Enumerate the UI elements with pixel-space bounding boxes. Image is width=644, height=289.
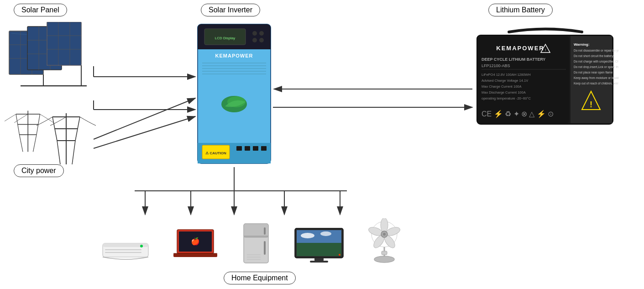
svg-rect-125 [382,251,387,255]
svg-rect-91 [105,252,141,253]
svg-text:Warning:: Warning: [574,42,589,47]
svg-point-116 [381,218,388,232]
lithium-battery-label: Lithium Battery [488,4,553,16]
svg-text:Keep out of reach of children,: Keep out of reach of children, animals o… [574,82,618,85]
svg-text:LCD Display: LCD Display [215,36,235,40]
svg-text:CE ⚡ ♻ ✦ ⊗ △ ⚡ ⊙: CE ⚡ ♻ ✦ ⊗ △ ⚡ ⊙ [482,110,554,118]
svg-rect-112 [314,258,324,261]
svg-point-111 [320,231,331,236]
svg-rect-95 [173,253,217,257]
refrigerator [240,223,272,264]
solar-panel-label: Solar Panel [14,4,67,16]
svg-text:DEEP CYCLE LITHIUM BATTERY: DEEP CYCLE LITHIUM BATTERY [482,57,545,62]
svg-point-42 [252,31,257,36]
svg-rect-61 [261,146,267,151]
svg-rect-60 [253,146,258,151]
svg-text:KEMAPOWER: KEMAPOWER [496,45,544,52]
svg-line-36 [72,141,75,164]
svg-point-44 [252,38,257,42]
svg-rect-59 [245,146,250,151]
lithium-battery-image: KEMAPOWER ! DEEP CYCLE LITHIUM BATTERY L… [472,25,618,130]
svg-point-92 [140,245,143,247]
svg-line-133 [94,116,195,148]
svg-point-114 [339,254,340,256]
svg-rect-102 [264,241,266,255]
svg-point-45 [259,38,264,42]
svg-text:operating temperature -20~60°C: operating temperature -20~60°C [482,96,531,100]
svg-line-27 [20,135,23,152]
svg-rect-101 [264,227,266,235]
svg-rect-113 [310,261,328,263]
svg-text:Do not place near open flame: Do not place near open flame [574,71,613,74]
svg-text:🍎: 🍎 [191,237,200,246]
svg-rect-100 [244,236,268,237]
svg-rect-58 [236,146,242,151]
svg-rect-90 [105,249,141,250]
svg-text:Do not disassemble or repair b: Do not disassemble or repair by yourself [574,49,618,53]
svg-text:!: ! [545,48,546,52]
svg-text:!: ! [590,100,592,109]
svg-point-122 [383,233,386,236]
svg-line-35 [57,141,60,164]
solar-panels-image [7,22,98,88]
svg-text:LiFePO4 12.8V 100AH 1280WH: LiFePO4 12.8V 100AH 1280WH [482,73,531,77]
svg-text:Do not drop,insert,Lick or spa: Do not drop,insert,Lick or spare the bat… [574,65,618,69]
ac-unit [100,232,151,264]
svg-point-110 [301,233,314,238]
home-equipment-label: Home Equipment [224,272,296,284]
svg-text:Do not charge with unspecified: Do not charge with unspecified Charger [574,60,618,63]
svg-text:KEMAPOWER: KEMAPOWER [215,53,253,58]
svg-line-28 [33,135,37,152]
svg-text:LFP12100-ABS: LFP12100-ABS [482,63,510,68]
fan [366,218,403,264]
svg-text:⚠ CAUTION: ⚠ CAUTION [205,151,226,155]
home-equipment-row: 🍎 [100,218,403,264]
svg-point-43 [259,31,264,36]
solar-inverter-image: LCD Display KEMAPOWER [195,22,273,167]
laptop: 🍎 [173,227,218,264]
svg-rect-12 [47,22,81,65]
svg-rect-109 [297,243,341,256]
power-tower-image [5,105,96,171]
svg-text:Advised Charge Voltage 14.1V: Advised Charge Voltage 14.1V [482,79,528,83]
svg-point-124 [374,256,394,263]
svg-text:Max Discharge Current 100A: Max Discharge Current 100A [482,90,526,95]
svg-line-132 [94,98,195,139]
svg-text:Do not short circuit the batte: Do not short circuit the battery [574,54,613,58]
diagram-container: Solar Panel Solar Inverter Lithium Batte… [0,0,644,289]
svg-text:Keep away from moisture or liq: Keep away from moisture or liquid [574,76,618,80]
television [294,227,344,264]
solar-inverter-label: Solar Inverter [201,4,260,16]
svg-text:Max Charge Current 100A: Max Charge Current 100A [482,84,522,89]
